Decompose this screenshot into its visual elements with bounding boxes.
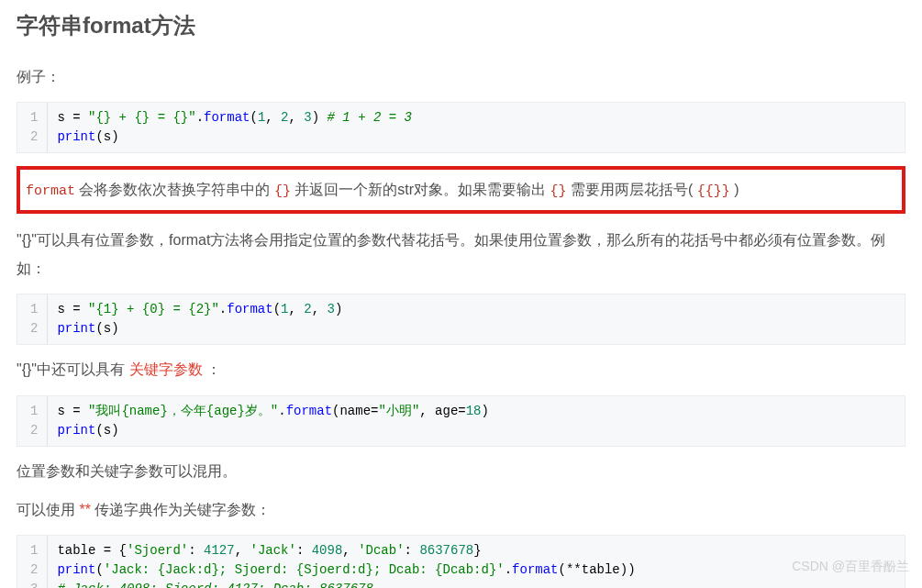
page-title: 字符串format方法: [17, 5, 905, 47]
text-fragment: "{}"中还可以具有: [17, 361, 129, 377]
keyword-highlight: **: [79, 502, 90, 517]
dict-param-paragraph: 可以使用 ** 传递字典作为关键字参数：: [17, 496, 905, 524]
line-gutter: 12: [17, 396, 48, 446]
positional-param-paragraph: "{}"可以具有位置参数，format方法将会用指定位置的参数代替花括号。如果使…: [17, 227, 905, 283]
code-block-4: 123 table = {'Sjoerd': 4127, 'Jack': 409…: [17, 535, 905, 588]
code-block-3: 12 s = "我叫{name}，今年{age}岁。".format(name=…: [17, 395, 905, 447]
line-gutter: 12: [17, 103, 48, 152]
text-fragment: 可以使用: [17, 502, 79, 517]
line-gutter: 12: [17, 294, 48, 344]
mix-param-paragraph: 位置参数和关键字参数可以混用。: [17, 458, 905, 485]
code-content: table = {'Sjoerd': 4127, 'Jack': 4098, '…: [48, 536, 905, 588]
code-content: s = "{1} + {0} = {2}".format(1, 2, 3)pri…: [48, 294, 905, 344]
code-content: s = "{} + {} = {}".format(1, 2, 3) # 1 +…: [48, 103, 905, 152]
keyword-param-paragraph: "{}"中还可以具有 关键字参数 ：: [17, 356, 905, 383]
keyword-highlight: 关键字参数: [129, 361, 203, 377]
text-fragment: ：: [203, 361, 221, 377]
intro-paragraph: 例子：: [17, 63, 905, 91]
code-content: s = "我叫{name}，今年{age}岁。".format(name="小明…: [48, 396, 905, 446]
highlight-callout: format 会将参数依次替换字符串中的 {} 并返回一个新的str对象。如果需…: [17, 166, 905, 215]
code-block-1: 12 s = "{} + {} = {}".format(1, 2, 3) # …: [17, 102, 905, 153]
text-fragment: 传递字典作为关键字参数：: [91, 502, 271, 517]
line-gutter: 123: [17, 536, 48, 588]
code-block-2: 12 s = "{1} + {0} = {2}".format(1, 2, 3)…: [17, 294, 905, 345]
